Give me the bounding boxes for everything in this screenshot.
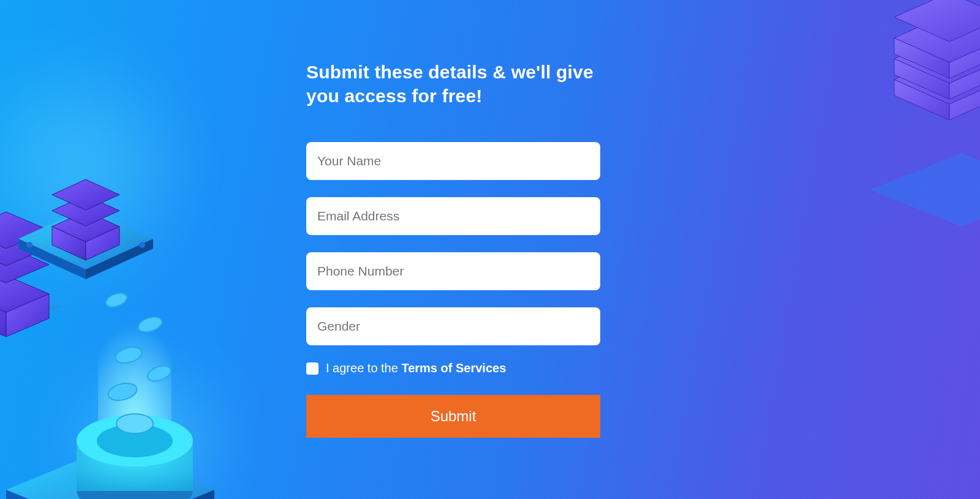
- svg-point-18: [104, 290, 129, 309]
- svg-point-22: [107, 381, 139, 403]
- svg-marker-14: [86, 227, 119, 260]
- svg-marker-32: [894, 80, 949, 120]
- svg-point-20: [114, 344, 144, 366]
- svg-point-30: [116, 414, 153, 433]
- svg-marker-0: [0, 282, 61, 331]
- svg-marker-3: [6, 294, 49, 337]
- phone-input[interactable]: [306, 252, 600, 290]
- svg-marker-40: [894, 0, 980, 42]
- agree-checkbox[interactable]: [306, 362, 318, 375]
- svg-marker-7: [18, 208, 153, 269]
- svg-marker-5: [0, 229, 49, 266]
- svg-marker-37: [894, 13, 980, 62]
- gender-input[interactable]: [306, 307, 600, 345]
- svg-point-11: [139, 242, 145, 248]
- svg-marker-6: [0, 212, 49, 249]
- svg-marker-15: [52, 195, 119, 226]
- svg-marker-13: [52, 227, 86, 260]
- svg-point-29: [97, 424, 173, 457]
- svg-marker-25: [110, 490, 214, 499]
- submit-button[interactable]: Submit: [306, 395, 600, 438]
- svg-marker-34: [894, 34, 980, 83]
- svg-rect-27: [77, 441, 193, 491]
- svg-marker-8: [18, 239, 86, 279]
- svg-marker-12: [52, 211, 119, 242]
- svg-marker-36: [949, 59, 980, 99]
- svg-point-21: [145, 363, 173, 384]
- decorative-illustration-left: [0, 171, 233, 499]
- svg-marker-33: [949, 80, 980, 120]
- svg-marker-9: [86, 239, 153, 279]
- svg-marker-35: [894, 59, 949, 99]
- svg-marker-2: [0, 294, 6, 337]
- svg-point-19: [137, 314, 164, 334]
- svg-marker-41: [870, 153, 980, 227]
- svg-point-28: [77, 415, 193, 467]
- decorative-illustration-right: [894, 43, 980, 263]
- svg-rect-17: [98, 282, 172, 422]
- agree-row: I agree to the Terms of Services: [306, 361, 600, 375]
- svg-point-26: [77, 464, 193, 499]
- svg-marker-23: [6, 447, 214, 499]
- svg-point-10: [26, 242, 32, 248]
- signup-form: Submit these details & we'll give you ac…: [306, 60, 600, 438]
- svg-marker-4: [0, 246, 49, 283]
- svg-marker-24: [6, 490, 110, 499]
- email-input[interactable]: [306, 197, 600, 235]
- svg-marker-39: [949, 38, 980, 78]
- agree-label-prefix: I agree to the: [326, 361, 401, 375]
- svg-marker-16: [52, 179, 119, 210]
- form-headline: Submit these details & we'll give you ac…: [306, 60, 600, 108]
- agree-label: I agree to the Terms of Services: [326, 361, 506, 375]
- svg-marker-31: [894, 55, 980, 104]
- svg-marker-38: [894, 38, 949, 78]
- terms-link[interactable]: Terms of Services: [401, 361, 506, 375]
- svg-marker-1: [0, 276, 49, 312]
- name-input[interactable]: [306, 142, 600, 180]
